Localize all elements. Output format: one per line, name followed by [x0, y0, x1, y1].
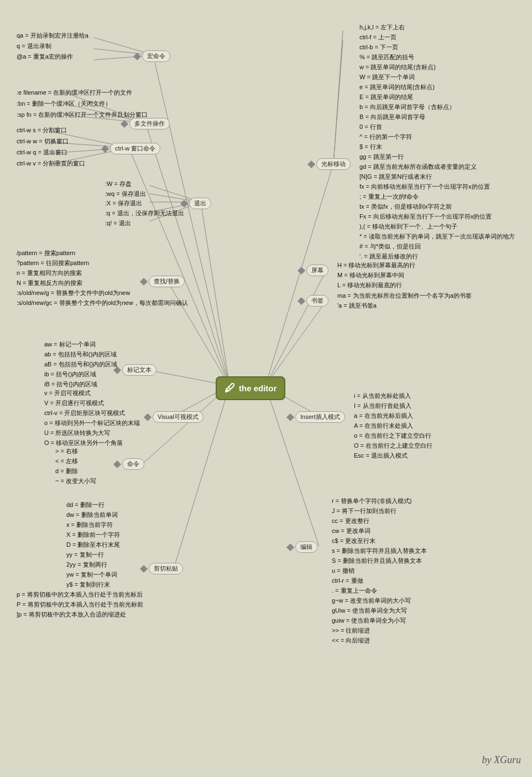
macro-item-1: qa = 开始录制宏并注册给a: [17, 32, 88, 40]
branch-cutpaste: 剪切粘贴: [141, 563, 183, 574]
branch-edit: 编辑: [288, 541, 317, 553]
svg-line-1: [145, 123, 230, 386]
ctrlw-item-3: ctrl-w q = 退出窗口: [17, 148, 67, 157]
vim-icon: 🖊: [225, 382, 236, 395]
cursor-item-17: fx = 向前移动光标至当行下一个出现字符x的位置: [359, 183, 490, 191]
svg-line-11: [265, 300, 327, 386]
edit-item-8: u = 撤销: [332, 567, 354, 575]
bookmark-item-1: ma = 为当前光标所在位置制作一个名字为a的书签: [337, 292, 472, 300]
diamond-multifile: [121, 120, 128, 127]
marktext-item-5: iB = 括号{}内的区域: [44, 380, 97, 388]
insert-item-5: o = 在当前行之下建立空白行: [354, 432, 431, 440]
cursor-item-21: ),( = 移动光标到下一个、上一个句子: [359, 222, 457, 231]
branch-ctrlw: ctrl-w 窗口命令: [102, 143, 160, 154]
cutpaste-item-10: p = 将剪切板中的文本插入当行处于当前光标后: [17, 590, 143, 599]
diamond-command: [113, 460, 121, 468]
cursor-item-11: 0 = 行首: [359, 123, 382, 131]
branch-bookmark: 书签: [299, 295, 328, 307]
branch-quit: 退出: [181, 198, 211, 209]
cursor-item-9: b = 向后跳至单词首字母（含标点）: [359, 103, 455, 111]
branch-visual: Visual可视模式: [145, 411, 204, 423]
cursor-item-3: ctrl-b = 下一页: [359, 43, 398, 51]
edit-item-7: S = 删除当前行并且插入替换文本: [332, 557, 422, 565]
diamond-bookmark: [298, 297, 305, 304]
svg-line-13: [265, 386, 319, 546]
cursor-item-14: gg = 跳至第一行: [359, 153, 404, 161]
edit-item-13: guiw = 使当前单词全为小写: [332, 617, 406, 625]
ctrlw-item-2: ctrl-w w = 切换窗口: [17, 137, 69, 146]
cutpaste-item-2: dw = 删除当前单词: [66, 511, 118, 519]
macro-item-2: q = 退出录制: [17, 42, 51, 50]
branch-edit-label: 编辑: [295, 541, 317, 553]
cursor-item-18: ; = 重复上一次的f命令: [359, 193, 419, 201]
cutpaste-item-7: 2yy = 复制两行: [66, 561, 107, 569]
cutpaste-item-9: y$ = 复制到行末: [66, 581, 110, 589]
cursor-item-4: % = 跳至匹配的括号: [359, 53, 414, 61]
diamond-edit: [286, 543, 294, 551]
diamond-search: [140, 277, 148, 285]
multifile-item-2: :bn = 删除一个缓冲区（关闭文件）: [17, 100, 111, 108]
branch-command-label: 命令: [122, 458, 144, 470]
cutpaste-item-11: P = 将剪切板中的文本插入当行处于当前光标前: [17, 600, 143, 609]
cutpaste-item-8: yw = 复制一个单词: [66, 571, 117, 579]
cutpaste-item-12: ]p = 将剪切板中的文本放入合适的缩进处: [17, 610, 126, 619]
branch-screen-label: 屏幕: [306, 265, 328, 276]
macro-item-3: @a = 重复a宏的操作: [17, 53, 73, 61]
diamond-screen: [298, 266, 305, 274]
branch-bookmark-label: 书签: [306, 295, 328, 307]
cutpaste-item-1: dd = 删除一行: [66, 501, 105, 509]
cursor-item-23: # = 与*类似，但是往回: [359, 242, 421, 251]
search-item-5: :s/old/new/g = 替换整个文件中的old为new: [17, 289, 130, 297]
branch-insert-label: Insert插入模式: [295, 411, 345, 423]
cutpaste-item-6: yy = 复制一行: [66, 551, 104, 559]
svg-line-2: [129, 148, 230, 386]
cursor-item-6: W = 跳至下一个单词: [359, 73, 415, 81]
command-item-1: > = 右移: [55, 447, 78, 455]
cursor-item-2: ctrl-f = 上一页: [359, 33, 397, 42]
visual-item-3: ctrl-v = 开启矩形区块可视模式: [44, 409, 125, 417]
edit-item-15: << = 向后缩进: [332, 636, 370, 645]
edit-item-11: g~w = 改变当前单词的大小写: [332, 597, 411, 605]
svg-line-4: [167, 281, 230, 386]
insert-item-3: a = 在当前光标后插入: [354, 412, 413, 420]
cursor-item-12: ^ = 行的第一个字符: [359, 133, 412, 141]
insert-item-4: A = 在当前行末处插入: [354, 422, 413, 430]
edit-item-2: J = 将下一行加到当前行: [332, 507, 397, 515]
cursor-item-19: tx = 类似fx，但是移动到x字符之前: [359, 203, 452, 211]
branch-cutpaste-label: 剪切粘贴: [149, 563, 183, 574]
svg-line-30: [333, 40, 343, 163]
cutpaste-item-5: D = 删除至本行末尾: [66, 541, 120, 549]
visual-item-5: U = 所选区块转换为大写: [44, 429, 110, 437]
branch-screen: 屏幕: [299, 265, 328, 276]
visual-item-4: o = 移动到另外一个标记区块的末端: [44, 419, 140, 427]
quit-item-4: :q = 退出，没保存则无法退出: [105, 209, 184, 217]
bookmark-item-2: 'a = 跳至书签a: [337, 302, 377, 310]
visual-item-6: O = 移动至区块另外一个角落: [44, 439, 123, 447]
svg-line-0: [155, 63, 230, 386]
search-item-1: /pattern = 搜索pattern: [17, 249, 75, 257]
branch-ctrlw-label: ctrl-w 窗口命令: [110, 143, 160, 154]
branch-command: 命令: [114, 458, 144, 470]
edit-item-5: c$ = 更改至行末: [332, 537, 375, 545]
cursor-item-20: Fx = 向后移动光标至当行下一个出现字符x的位置: [359, 213, 492, 221]
insert-item-6: O = 在当前行之上建立空白行: [354, 442, 432, 450]
quit-item-5: :q! = 退出: [105, 219, 131, 227]
edit-item-3: cc = 更改整行: [332, 517, 369, 525]
edit-item-6: s = 删除当前字符并且插入替换文本: [332, 547, 427, 555]
branch-marktext: 标记文本: [114, 364, 157, 376]
search-item-4: N = 重复相反方向的搜索: [17, 279, 82, 287]
edit-item-10: . = 重复上一命令: [332, 587, 377, 595]
cursor-item-15: gd = 跳至当前光标所在函数或者变量的定义: [359, 163, 477, 171]
cursor-item-16: [N]G = 跳至第N行或者末行: [359, 173, 432, 181]
watermark: by XGuru: [482, 754, 521, 766]
edit-item-1: r = 替换单个字符(非插入模式): [332, 497, 412, 505]
branch-search-label: 查找/替换: [149, 276, 185, 287]
edit-item-14: >> = 往前缩进: [332, 626, 370, 635]
branch-visual-label: Visual可视模式: [153, 411, 204, 423]
marktext-item-4: ib = 括号()内的区域: [44, 370, 96, 379]
cursor-item-13: $ = 行末: [359, 143, 382, 151]
branch-macro: 宏命令: [134, 50, 170, 62]
quit-item-1: :W = 存盘: [105, 180, 132, 188]
screen-item-2: M = 移动光标到屏幕中间: [337, 271, 404, 279]
branch-cursor: 光标移动: [309, 158, 351, 170]
